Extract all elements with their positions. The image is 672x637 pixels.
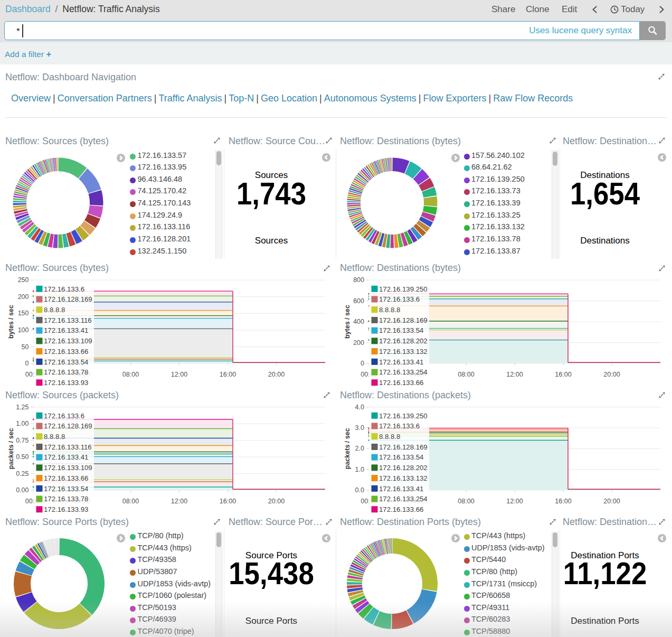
svg-text:12:00: 12:00 <box>506 498 523 505</box>
svg-text:172.16.128.169: 172.16.128.169 <box>44 295 92 303</box>
svg-text:172.16.128.169: 172.16.128.169 <box>379 443 428 451</box>
svg-text:172.16.133.254: 172.16.133.254 <box>379 368 428 376</box>
svg-text:600: 600 <box>353 297 364 305</box>
svg-text:0.00: 0.00 <box>16 486 29 494</box>
svg-text:172.16.133.78: 172.16.133.78 <box>44 368 88 376</box>
svg-text:172.16.128.202: 172.16.128.202 <box>379 337 428 345</box>
svg-text:bytes / sec: bytes / sec <box>344 305 351 339</box>
svg-text:08:00: 08:00 <box>458 371 474 378</box>
svg-text:packets / sec: packets / sec <box>7 428 15 469</box>
svg-text:250: 250 <box>18 276 29 284</box>
svg-text:20:00: 20:00 <box>603 498 620 505</box>
svg-text:172.16.133.54: 172.16.133.54 <box>379 453 423 461</box>
svg-text:0.50: 0.50 <box>16 453 29 461</box>
svg-text:172.16.133.54: 172.16.133.54 <box>379 326 423 334</box>
svg-text:172.16.133.93: 172.16.133.93 <box>44 379 88 387</box>
svg-text:172.16.133.41: 172.16.133.41 <box>379 358 423 366</box>
svg-text:172.16.133.54: 172.16.133.54 <box>44 358 88 366</box>
svg-text:16:00: 16:00 <box>220 371 236 378</box>
svg-text:0: 0 <box>25 360 29 367</box>
svg-text:4.0: 4.0 <box>355 404 364 411</box>
svg-text:16:00: 16:00 <box>555 371 571 378</box>
svg-text:12:00: 12:00 <box>171 498 187 505</box>
svg-text:172.16.133.66: 172.16.133.66 <box>379 379 423 387</box>
svg-text:0.75: 0.75 <box>16 437 29 444</box>
svg-text:172.16.133.6: 172.16.133.6 <box>379 295 420 303</box>
svg-text:1.25: 1.25 <box>16 404 29 411</box>
svg-text:0.25: 0.25 <box>16 470 29 477</box>
svg-text:150: 150 <box>18 310 29 317</box>
svg-text:20:00: 20:00 <box>268 371 285 378</box>
svg-text:08:00: 08:00 <box>122 498 139 505</box>
svg-text:172.16.133.116: 172.16.133.116 <box>44 443 92 451</box>
svg-text:08:00: 08:00 <box>122 371 139 378</box>
svg-text:12:00: 12:00 <box>506 371 523 378</box>
svg-text:200: 200 <box>18 293 29 301</box>
svg-text:3.0: 3.0 <box>355 424 364 432</box>
svg-text:8.8.8.8: 8.8.8.8 <box>379 433 400 441</box>
svg-text:172.16.133.6: 172.16.133.6 <box>44 412 84 420</box>
svg-text:200: 200 <box>353 339 364 346</box>
svg-text:172.16.133.109: 172.16.133.109 <box>44 337 92 345</box>
svg-text:400: 400 <box>353 318 364 325</box>
svg-text:800: 800 <box>353 276 364 284</box>
svg-text:172.16.133.66: 172.16.133.66 <box>44 474 88 482</box>
svg-text:172.16.133.54: 172.16.133.54 <box>44 485 88 493</box>
svg-text:172.16.133.66: 172.16.133.66 <box>44 348 88 355</box>
svg-text:172.16.139.250: 172.16.139.250 <box>379 285 428 293</box>
svg-text:172.16.128.169: 172.16.128.169 <box>44 422 92 430</box>
svg-text:packets / sec: packets / sec <box>344 428 351 469</box>
svg-text:12:00: 12:00 <box>171 371 187 378</box>
svg-text:172.16.133.93: 172.16.133.93 <box>44 505 88 513</box>
svg-text:172.16.133.66: 172.16.133.66 <box>379 505 423 513</box>
svg-text:8.8.8.8: 8.8.8.8 <box>44 433 65 441</box>
svg-text:172.16.128.169: 172.16.128.169 <box>379 316 428 324</box>
svg-text:0.0: 0.0 <box>355 486 364 494</box>
svg-text:1.0: 1.0 <box>355 466 364 473</box>
svg-text:16:00: 16:00 <box>555 498 571 505</box>
svg-text:20:00: 20:00 <box>603 371 620 378</box>
svg-text:20:00: 20:00 <box>268 498 285 505</box>
svg-text:172.16.139.250: 172.16.139.250 <box>379 412 428 420</box>
svg-text:100: 100 <box>18 326 29 334</box>
svg-text:0: 0 <box>361 360 364 367</box>
svg-text:16:00: 16:00 <box>220 498 236 505</box>
svg-text:08:00: 08:00 <box>458 498 474 505</box>
svg-text:172.16.133.41: 172.16.133.41 <box>44 326 88 334</box>
svg-text:172.16.133.41: 172.16.133.41 <box>44 453 88 461</box>
svg-text:172.16.133.132: 172.16.133.132 <box>379 348 428 355</box>
svg-text:172.16.133.116: 172.16.133.116 <box>44 316 92 324</box>
svg-text:8.8.8.8: 8.8.8.8 <box>379 306 400 314</box>
svg-text:172.16.133.6: 172.16.133.6 <box>44 285 84 293</box>
svg-text:50: 50 <box>22 343 29 351</box>
svg-text:bytes / sec: bytes / sec <box>7 305 15 339</box>
svg-text:172.16.133.254: 172.16.133.254 <box>379 495 428 503</box>
svg-text:172.16.133.6: 172.16.133.6 <box>379 422 420 430</box>
svg-text:172.16.133.41: 172.16.133.41 <box>379 485 423 493</box>
svg-text:2.0: 2.0 <box>355 445 364 452</box>
svg-text:1.00: 1.00 <box>16 420 29 427</box>
svg-text:172.16.133.109: 172.16.133.109 <box>44 464 92 472</box>
svg-text:172.16.133.78: 172.16.133.78 <box>44 495 88 503</box>
svg-text:8.8.8.8: 8.8.8.8 <box>44 306 65 314</box>
svg-text:172.16.128.202: 172.16.128.202 <box>379 464 428 472</box>
svg-text:172.16.133.132: 172.16.133.132 <box>379 474 428 482</box>
